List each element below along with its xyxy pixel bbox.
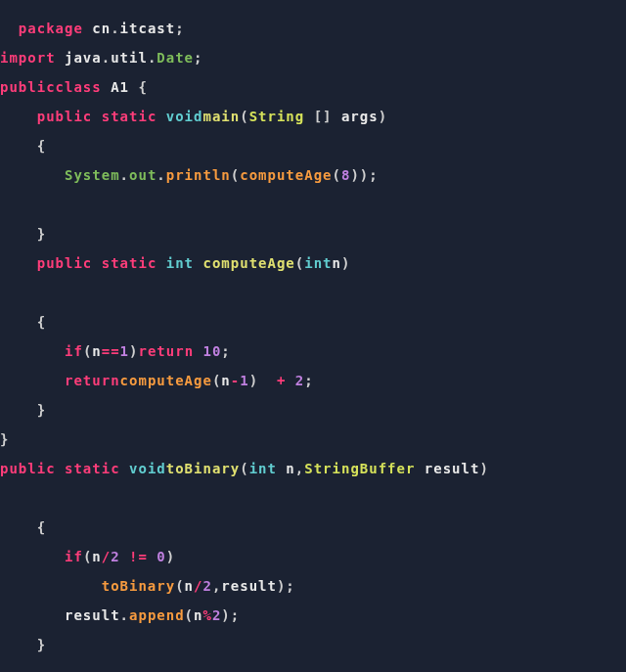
token-op: - xyxy=(231,373,240,388)
token-punc: } xyxy=(37,226,46,242)
token-punc: ; xyxy=(175,21,184,36)
token-punc: ; xyxy=(231,607,240,623)
token-num: 2 xyxy=(212,607,221,623)
token-kw: public xyxy=(0,79,56,95)
token-id: n xyxy=(92,343,101,359)
token-op: + xyxy=(277,373,286,388)
token-punc: . xyxy=(120,607,129,623)
token-num: 2 xyxy=(202,578,211,594)
token-num: 0 xyxy=(156,549,165,564)
token-punc: { xyxy=(37,519,46,535)
token-typeY: String xyxy=(249,109,305,124)
token-call: append xyxy=(129,607,185,623)
token-call: computeAge xyxy=(240,167,332,183)
token-kw: return xyxy=(65,373,120,388)
token-punc: , xyxy=(295,461,304,476)
token-punc: ) xyxy=(249,373,258,388)
token-punc: { xyxy=(37,138,46,154)
token-punc: { xyxy=(37,314,46,330)
token-type: void xyxy=(166,109,203,124)
token-id: n xyxy=(286,461,294,476)
token-punc: ( xyxy=(295,255,304,271)
code-block: package cn.itcast; import java.util.Date… xyxy=(0,0,626,659)
token-kw: if xyxy=(65,343,83,359)
token-num: 1 xyxy=(240,373,248,388)
token-obj: Date xyxy=(156,50,194,66)
token-punc: ( xyxy=(83,549,92,564)
token-num: 10 xyxy=(203,343,222,359)
token-punc: , xyxy=(212,578,221,594)
token-call: toBinary xyxy=(102,578,175,594)
token-op: != xyxy=(129,549,148,564)
token-op: / xyxy=(102,549,111,564)
token-punc: . xyxy=(111,21,119,36)
token-mth: computeAge xyxy=(202,255,294,271)
token-punc: )) xyxy=(350,167,369,183)
token-op: == xyxy=(102,343,120,359)
token-punc: ) xyxy=(341,255,350,271)
code-content: package cn.itcast; import java.util.Date… xyxy=(0,21,489,652)
token-typeY: StringBuffer xyxy=(304,461,415,476)
token-obj: out xyxy=(129,167,156,183)
token-punc: ( xyxy=(333,167,341,183)
token-punc: ( xyxy=(185,607,194,623)
token-kw: import xyxy=(0,50,56,66)
token-call: println xyxy=(166,167,231,183)
token-punc: ) xyxy=(379,109,387,124)
token-kw: package xyxy=(19,21,83,36)
token-punc: ; xyxy=(194,50,202,66)
token-kw: public xyxy=(37,109,93,124)
token-op: % xyxy=(202,607,211,623)
token-mth: toBinary xyxy=(166,461,240,476)
token-punc: ; xyxy=(369,167,378,183)
token-id: n xyxy=(185,578,194,594)
token-type: int xyxy=(166,255,194,271)
token-id: result xyxy=(221,578,277,594)
token-type: int xyxy=(249,461,277,476)
token-num: 1 xyxy=(120,343,129,359)
token-type: int xyxy=(304,255,332,271)
token-num: 2 xyxy=(111,549,119,564)
token-id: cn xyxy=(92,21,111,36)
token-punc: ( xyxy=(212,373,221,388)
token-id: A1 xyxy=(111,79,129,95)
token-punc: ) xyxy=(166,549,175,564)
token-kw: public xyxy=(0,461,56,476)
token-punc: ( xyxy=(240,109,248,124)
token-id: util xyxy=(111,50,148,66)
token-punc: } xyxy=(0,431,9,447)
token-punc: ; xyxy=(304,373,313,388)
token-punc: . xyxy=(102,50,111,66)
token-punc: ( xyxy=(83,343,92,359)
token-id: n xyxy=(221,373,230,388)
token-obj: System xyxy=(65,167,120,183)
token-id: result xyxy=(425,461,480,476)
token-kw: if xyxy=(65,549,83,564)
token-id: result xyxy=(65,607,120,623)
token-num: 8 xyxy=(341,167,350,183)
token-punc: { xyxy=(138,79,147,95)
token-id: itcast xyxy=(120,21,176,36)
token-punc: ; xyxy=(221,343,230,359)
token-call: computeAge xyxy=(120,373,212,388)
token-punc: } xyxy=(37,637,46,652)
token-kw: static xyxy=(65,461,120,476)
token-num: 2 xyxy=(295,373,304,388)
token-mth: main xyxy=(202,109,240,124)
token-id: n xyxy=(92,549,101,564)
token-kw: static xyxy=(102,109,157,124)
token-punc: . xyxy=(148,50,156,66)
token-punc: } xyxy=(37,402,46,418)
token-punc: ) xyxy=(479,461,488,476)
token-id: java xyxy=(65,50,102,66)
token-kw: static xyxy=(102,255,157,271)
token-id: args xyxy=(341,109,379,124)
token-kw: return xyxy=(138,343,194,359)
token-punc: ) xyxy=(277,578,286,594)
token-punc: ( xyxy=(231,167,240,183)
token-punc: [] xyxy=(314,109,333,124)
token-punc: ) xyxy=(221,607,230,623)
token-punc: ( xyxy=(240,461,248,476)
token-punc: ; xyxy=(286,578,294,594)
token-punc: . xyxy=(120,167,129,183)
